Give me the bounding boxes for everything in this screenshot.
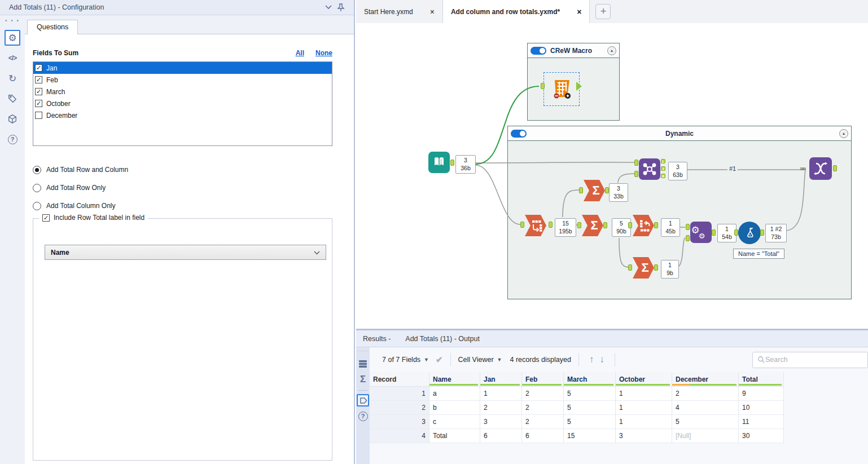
transpose-tool[interactable] — [525, 215, 546, 236]
cell-name[interactable]: Total — [429, 429, 480, 443]
formula-tool[interactable] — [738, 222, 761, 244]
cell-march[interactable]: 5 — [564, 415, 616, 429]
cell-jan[interactable]: 1 — [480, 387, 522, 401]
arrow-down-icon[interactable]: ↓ — [599, 354, 604, 365]
cell-december[interactable]: 2 — [672, 387, 739, 401]
gear-icon[interactable]: ⚙ — [5, 30, 20, 46]
formula-output-anchor[interactable] — [760, 229, 764, 236]
transpose-input-anchor[interactable] — [520, 222, 524, 228]
row-total-field-dropdown[interactable]: Name — [45, 245, 326, 260]
summarize-tool-top[interactable]: Σ — [584, 180, 605, 201]
cell-name[interactable]: b — [429, 401, 480, 415]
cell-december[interactable]: 4 — [672, 401, 739, 415]
join-annotation[interactable]: 3 63b — [668, 162, 687, 180]
column-header-march[interactable]: March — [564, 372, 616, 387]
radio-add-total-row-and-column[interactable]: Add Total Row and Column — [33, 161, 332, 179]
crosstab-input-anchor[interactable] — [628, 222, 632, 228]
summarize-tool-mid[interactable]: Σ — [582, 215, 603, 236]
metadata-sigma-icon[interactable]: Σ — [357, 373, 369, 386]
field-item-march[interactable]: ✓ March — [33, 86, 332, 98]
data-view-icon[interactable] — [357, 394, 369, 406]
fields-summary-dropdown[interactable]: 7 of 7 Fields — [382, 356, 420, 364]
select-none-link[interactable]: None — [315, 49, 332, 57]
cell-march[interactable]: 5 — [564, 401, 616, 415]
include-row-total-legend[interactable]: ✓ Include Row Total label in field — [39, 214, 148, 222]
cell-october[interactable]: 1 — [616, 387, 672, 401]
help-icon[interactable]: ? — [5, 131, 20, 147]
dynamic-container[interactable]: Dynamic ▲ — [507, 126, 852, 299]
help-icon[interactable]: ? — [357, 410, 369, 422]
package-icon[interactable] — [5, 111, 20, 127]
field-item-december[interactable]: December — [33, 109, 332, 121]
radio-unselected-icon[interactable] — [33, 202, 41, 210]
crosstab-output-anchor[interactable] — [654, 222, 658, 228]
cell-total[interactable]: 11 — [739, 415, 784, 429]
caret-down-icon[interactable]: ▼ — [424, 357, 429, 363]
cell-name[interactable]: c — [429, 415, 480, 429]
crosstab-annotation[interactable]: 1 45b — [661, 218, 680, 237]
text-input-annotation[interactable]: 3 36b — [455, 155, 476, 174]
rename-input-bottom-anchor[interactable] — [686, 235, 690, 241]
text-input-output-anchor[interactable] — [450, 160, 454, 166]
field-item-october[interactable]: ✓ October — [33, 98, 332, 109]
new-tab-button[interactable]: + — [595, 4, 611, 19]
cell-feb[interactable]: 2 — [522, 415, 564, 429]
search-input[interactable] — [765, 356, 863, 364]
macro-output-anchor[interactable] — [576, 82, 582, 91]
transpose-output-anchor[interactable] — [549, 222, 553, 228]
union-tool[interactable] — [809, 157, 832, 180]
column-header-jan[interactable]: Jan — [480, 372, 522, 387]
collapse-container-button[interactable]: ▲ — [607, 46, 616, 55]
cell-october[interactable]: 3 — [616, 429, 672, 443]
cell-jan[interactable]: 6 — [480, 429, 522, 443]
join-output-r-anchor[interactable]: R — [661, 174, 665, 178]
drag-handle-icon[interactable]: ····· — [358, 348, 368, 354]
join-input-left-anchor[interactable] — [634, 160, 638, 166]
cell-december-null[interactable]: [Null] — [672, 429, 739, 443]
summarize-tool-bottom[interactable]: Σ — [633, 257, 654, 279]
cell-feb[interactable]: 2 — [522, 387, 564, 401]
formula-input-anchor[interactable] — [734, 229, 738, 236]
union-input-anchor[interactable]: »» — [800, 165, 805, 173]
drag-handle-icon[interactable]: • • • — [5, 17, 20, 25]
container-enabled-toggle[interactable] — [531, 47, 546, 55]
formula-comment-box[interactable]: Name = "Total" — [733, 249, 784, 259]
cell-total[interactable]: 30 — [739, 429, 784, 443]
cell-march[interactable]: 15 — [564, 429, 616, 443]
cell-october[interactable]: 1 — [616, 401, 672, 415]
add-totals-macro-tool[interactable] — [550, 77, 574, 101]
checkbox-unchecked-icon[interactable] — [35, 112, 42, 119]
join-tool[interactable] — [639, 158, 660, 180]
summarize-bottom-input-anchor[interactable] — [628, 264, 632, 271]
checkbox-checked-icon[interactable]: ✓ — [42, 214, 50, 222]
cell-total[interactable]: 10 — [739, 401, 784, 415]
column-header-october[interactable]: October — [616, 372, 672, 387]
join-output-l-anchor[interactable]: L — [661, 159, 665, 163]
macro-input-anchor[interactable] — [541, 83, 545, 89]
arrow-up-icon[interactable]: ↑ — [589, 354, 594, 365]
caret-down-icon[interactable]: ▼ — [497, 357, 502, 363]
apply-checkmark-icon[interactable]: ✔ — [436, 355, 443, 365]
cell-jan[interactable]: 2 — [480, 401, 522, 415]
summarize-bottom-output-anchor[interactable] — [654, 264, 658, 271]
tab-add-column-row-totals[interactable]: Add column and row totals.yxmd* × — [442, 0, 590, 23]
close-icon[interactable]: × — [430, 7, 435, 16]
crosstab-tool[interactable] — [633, 215, 654, 236]
cell-october[interactable]: 1 — [616, 415, 672, 429]
summarize-mid-output-anchor[interactable] — [603, 222, 607, 228]
workflow-refresh-icon[interactable]: ↻ — [5, 70, 20, 86]
checkbox-checked-icon[interactable]: ✓ — [35, 88, 42, 95]
column-header-record[interactable]: Record — [370, 372, 429, 387]
rename-annotation[interactable]: 1 54b — [717, 224, 737, 242]
select-all-link[interactable]: All — [296, 49, 304, 57]
summarize-mid-input-anchor[interactable] — [577, 222, 581, 228]
column-header-feb[interactable]: Feb — [522, 372, 564, 387]
rename-input-top-anchor[interactable] — [686, 224, 690, 230]
tag-icon[interactable] — [5, 91, 20, 107]
dynamic-rename-tool[interactable]: ⚙⚙ — [690, 222, 712, 243]
radio-unselected-icon[interactable] — [33, 184, 41, 192]
tab-questions[interactable]: Questions — [27, 20, 78, 34]
close-icon[interactable]: × — [577, 7, 581, 16]
cell-viewer-dropdown[interactable]: Cell Viewer — [458, 356, 494, 364]
summarize-top-input-anchor[interactable] — [579, 187, 583, 193]
